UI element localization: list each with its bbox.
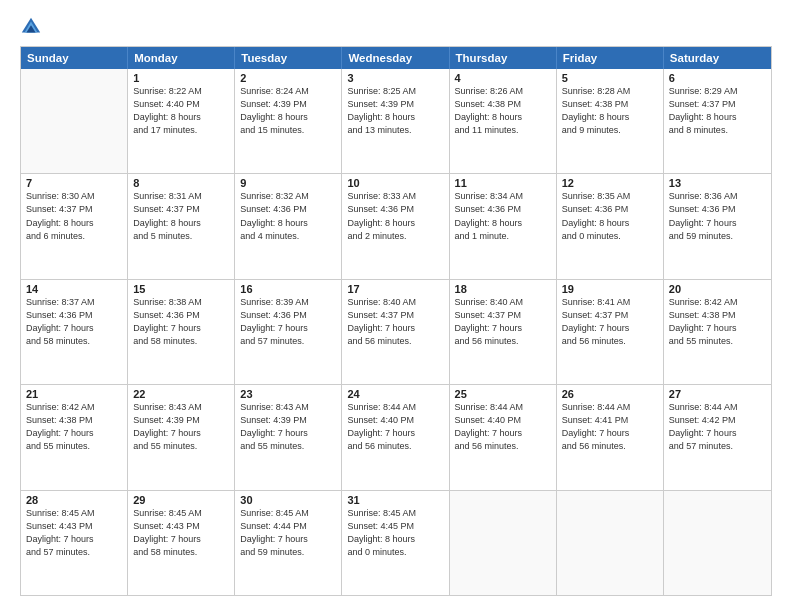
day-number: 31 <box>347 494 443 506</box>
day-number: 22 <box>133 388 229 400</box>
calendar-cell: 29Sunrise: 8:45 AMSunset: 4:43 PMDayligh… <box>128 491 235 595</box>
day-content: Sunrise: 8:22 AMSunset: 4:40 PMDaylight:… <box>133 85 229 137</box>
calendar-cell: 26Sunrise: 8:44 AMSunset: 4:41 PMDayligh… <box>557 385 664 489</box>
calendar-row-1: 1Sunrise: 8:22 AMSunset: 4:40 PMDaylight… <box>21 69 771 173</box>
day-content: Sunrise: 8:45 AMSunset: 4:43 PMDaylight:… <box>133 507 229 559</box>
day-content: Sunrise: 8:30 AMSunset: 4:37 PMDaylight:… <box>26 190 122 242</box>
calendar-row-2: 7Sunrise: 8:30 AMSunset: 4:37 PMDaylight… <box>21 173 771 278</box>
calendar-cell: 30Sunrise: 8:45 AMSunset: 4:44 PMDayligh… <box>235 491 342 595</box>
calendar-cell: 27Sunrise: 8:44 AMSunset: 4:42 PMDayligh… <box>664 385 771 489</box>
calendar-cell <box>21 69 128 173</box>
day-number: 3 <box>347 72 443 84</box>
day-content: Sunrise: 8:35 AMSunset: 4:36 PMDaylight:… <box>562 190 658 242</box>
day-content: Sunrise: 8:40 AMSunset: 4:37 PMDaylight:… <box>347 296 443 348</box>
day-number: 24 <box>347 388 443 400</box>
day-content: Sunrise: 8:38 AMSunset: 4:36 PMDaylight:… <box>133 296 229 348</box>
calendar-cell: 20Sunrise: 8:42 AMSunset: 4:38 PMDayligh… <box>664 280 771 384</box>
calendar-cell: 7Sunrise: 8:30 AMSunset: 4:37 PMDaylight… <box>21 174 128 278</box>
day-number: 27 <box>669 388 766 400</box>
day-number: 21 <box>26 388 122 400</box>
day-number: 8 <box>133 177 229 189</box>
day-content: Sunrise: 8:39 AMSunset: 4:36 PMDaylight:… <box>240 296 336 348</box>
day-number: 14 <box>26 283 122 295</box>
day-number: 4 <box>455 72 551 84</box>
day-content: Sunrise: 8:40 AMSunset: 4:37 PMDaylight:… <box>455 296 551 348</box>
calendar-cell: 25Sunrise: 8:44 AMSunset: 4:40 PMDayligh… <box>450 385 557 489</box>
calendar-cell: 17Sunrise: 8:40 AMSunset: 4:37 PMDayligh… <box>342 280 449 384</box>
day-content: Sunrise: 8:37 AMSunset: 4:36 PMDaylight:… <box>26 296 122 348</box>
calendar-cell: 18Sunrise: 8:40 AMSunset: 4:37 PMDayligh… <box>450 280 557 384</box>
calendar-cell: 9Sunrise: 8:32 AMSunset: 4:36 PMDaylight… <box>235 174 342 278</box>
calendar-cell: 12Sunrise: 8:35 AMSunset: 4:36 PMDayligh… <box>557 174 664 278</box>
day-content: Sunrise: 8:28 AMSunset: 4:38 PMDaylight:… <box>562 85 658 137</box>
calendar-cell: 31Sunrise: 8:45 AMSunset: 4:45 PMDayligh… <box>342 491 449 595</box>
day-content: Sunrise: 8:32 AMSunset: 4:36 PMDaylight:… <box>240 190 336 242</box>
day-number: 29 <box>133 494 229 506</box>
calendar: SundayMondayTuesdayWednesdayThursdayFrid… <box>20 46 772 596</box>
header-day-saturday: Saturday <box>664 47 771 69</box>
calendar-cell: 28Sunrise: 8:45 AMSunset: 4:43 PMDayligh… <box>21 491 128 595</box>
calendar-row-3: 14Sunrise: 8:37 AMSunset: 4:36 PMDayligh… <box>21 279 771 384</box>
day-content: Sunrise: 8:44 AMSunset: 4:40 PMDaylight:… <box>347 401 443 453</box>
day-content: Sunrise: 8:44 AMSunset: 4:42 PMDaylight:… <box>669 401 766 453</box>
header-day-sunday: Sunday <box>21 47 128 69</box>
day-number: 2 <box>240 72 336 84</box>
day-content: Sunrise: 8:44 AMSunset: 4:41 PMDaylight:… <box>562 401 658 453</box>
header-day-monday: Monday <box>128 47 235 69</box>
calendar-body: 1Sunrise: 8:22 AMSunset: 4:40 PMDaylight… <box>21 69 771 595</box>
day-number: 30 <box>240 494 336 506</box>
day-content: Sunrise: 8:26 AMSunset: 4:38 PMDaylight:… <box>455 85 551 137</box>
day-number: 10 <box>347 177 443 189</box>
logo-icon <box>20 16 42 38</box>
calendar-cell: 10Sunrise: 8:33 AMSunset: 4:36 PMDayligh… <box>342 174 449 278</box>
calendar-cell: 14Sunrise: 8:37 AMSunset: 4:36 PMDayligh… <box>21 280 128 384</box>
day-content: Sunrise: 8:29 AMSunset: 4:37 PMDaylight:… <box>669 85 766 137</box>
day-content: Sunrise: 8:34 AMSunset: 4:36 PMDaylight:… <box>455 190 551 242</box>
page: SundayMondayTuesdayWednesdayThursdayFrid… <box>0 0 792 612</box>
calendar-cell: 1Sunrise: 8:22 AMSunset: 4:40 PMDaylight… <box>128 69 235 173</box>
day-content: Sunrise: 8:25 AMSunset: 4:39 PMDaylight:… <box>347 85 443 137</box>
calendar-header: SundayMondayTuesdayWednesdayThursdayFrid… <box>21 47 771 69</box>
calendar-cell <box>450 491 557 595</box>
day-content: Sunrise: 8:36 AMSunset: 4:36 PMDaylight:… <box>669 190 766 242</box>
header-day-thursday: Thursday <box>450 47 557 69</box>
day-number: 16 <box>240 283 336 295</box>
day-number: 19 <box>562 283 658 295</box>
day-number: 17 <box>347 283 443 295</box>
calendar-cell: 23Sunrise: 8:43 AMSunset: 4:39 PMDayligh… <box>235 385 342 489</box>
day-number: 5 <box>562 72 658 84</box>
calendar-cell: 2Sunrise: 8:24 AMSunset: 4:39 PMDaylight… <box>235 69 342 173</box>
calendar-cell <box>557 491 664 595</box>
calendar-cell: 11Sunrise: 8:34 AMSunset: 4:36 PMDayligh… <box>450 174 557 278</box>
header-day-tuesday: Tuesday <box>235 47 342 69</box>
day-number: 9 <box>240 177 336 189</box>
day-number: 28 <box>26 494 122 506</box>
calendar-cell: 22Sunrise: 8:43 AMSunset: 4:39 PMDayligh… <box>128 385 235 489</box>
day-number: 20 <box>669 283 766 295</box>
calendar-cell: 5Sunrise: 8:28 AMSunset: 4:38 PMDaylight… <box>557 69 664 173</box>
day-content: Sunrise: 8:41 AMSunset: 4:37 PMDaylight:… <box>562 296 658 348</box>
calendar-cell: 19Sunrise: 8:41 AMSunset: 4:37 PMDayligh… <box>557 280 664 384</box>
calendar-cell: 16Sunrise: 8:39 AMSunset: 4:36 PMDayligh… <box>235 280 342 384</box>
calendar-cell: 15Sunrise: 8:38 AMSunset: 4:36 PMDayligh… <box>128 280 235 384</box>
day-content: Sunrise: 8:42 AMSunset: 4:38 PMDaylight:… <box>669 296 766 348</box>
day-number: 25 <box>455 388 551 400</box>
day-number: 11 <box>455 177 551 189</box>
day-number: 18 <box>455 283 551 295</box>
header-day-wednesday: Wednesday <box>342 47 449 69</box>
day-number: 26 <box>562 388 658 400</box>
day-content: Sunrise: 8:31 AMSunset: 4:37 PMDaylight:… <box>133 190 229 242</box>
day-content: Sunrise: 8:33 AMSunset: 4:36 PMDaylight:… <box>347 190 443 242</box>
day-number: 1 <box>133 72 229 84</box>
calendar-cell <box>664 491 771 595</box>
day-content: Sunrise: 8:24 AMSunset: 4:39 PMDaylight:… <box>240 85 336 137</box>
day-content: Sunrise: 8:45 AMSunset: 4:44 PMDaylight:… <box>240 507 336 559</box>
calendar-cell: 24Sunrise: 8:44 AMSunset: 4:40 PMDayligh… <box>342 385 449 489</box>
day-content: Sunrise: 8:43 AMSunset: 4:39 PMDaylight:… <box>133 401 229 453</box>
day-number: 15 <box>133 283 229 295</box>
header <box>20 16 772 38</box>
calendar-cell: 6Sunrise: 8:29 AMSunset: 4:37 PMDaylight… <box>664 69 771 173</box>
day-content: Sunrise: 8:45 AMSunset: 4:43 PMDaylight:… <box>26 507 122 559</box>
calendar-row-5: 28Sunrise: 8:45 AMSunset: 4:43 PMDayligh… <box>21 490 771 595</box>
day-number: 23 <box>240 388 336 400</box>
